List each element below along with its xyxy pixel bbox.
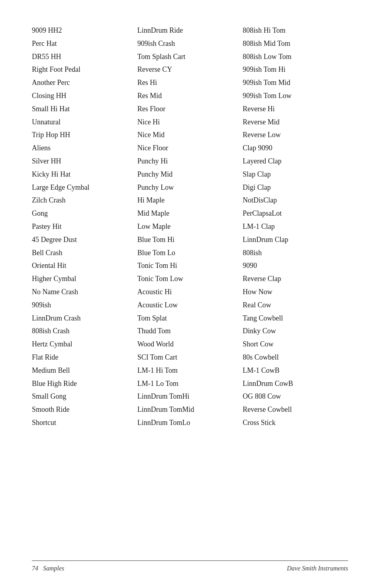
list-item: 909ish Tom Hi [243,63,348,76]
list-item: Reverse Clap [243,272,348,285]
list-item: Aliens [32,142,137,155]
list-item: 80s Cowbell [243,351,348,364]
list-item: LinnDrum TomLo [137,416,243,429]
list-item: Kicky Hi Hat [32,168,137,181]
section-label: Samples [43,565,64,572]
list-item: Clap 9090 [243,142,348,155]
list-item: Short Cow [243,338,348,351]
list-item: Trip Hop HH [32,128,137,142]
list-item: LinnDrum TomMid [137,403,243,416]
list-item: Nice Mid [137,128,243,142]
list-item: LM-1 Hi Tom [137,364,243,377]
list-item: Higher Cymbal [32,272,137,285]
list-item: Res Floor [137,102,243,116]
list-item: Wood World [137,338,243,351]
list-item: Mid Maple [137,207,243,220]
list-item: Real Cow [243,299,348,312]
column-1: 9009 HH2Perc HatDR55 HHRight Foot PedalA… [32,24,137,429]
list-item: Tonic Tom Low [137,272,243,285]
list-item: Nice Floor [137,142,243,155]
column-2: LinnDrum Ride909ish CrashTom Splash Cart… [137,24,243,429]
list-item: Perc Hat [32,37,137,50]
list-item: Gong [32,207,137,220]
list-item: Thudd Tom [137,324,243,338]
list-item: Smooth Ride [32,403,137,416]
footer: 74 Samples Dave Smith Instruments [32,560,348,572]
list-item: 909ish Tom Low [243,89,348,102]
list-item: Small Gong [32,390,137,403]
list-item: LM-1 Clap [243,220,348,233]
list-item: Small Hi Hat [32,102,137,116]
footer-left: 74 Samples [32,565,64,572]
list-item: LinnDrum CowB [243,377,348,390]
list-item: Tom Splash Cart [137,50,243,63]
list-item: Res Mid [137,89,243,102]
page: 9009 HH2Perc HatDR55 HHRight Foot PedalA… [0,0,380,588]
list-item: Low Maple [137,220,243,233]
list-item: PerClapsaLot [243,207,348,220]
list-item: LinnDrum Ride [137,24,243,37]
list-item: Flat Ride [32,351,137,364]
list-item: DR55 HH [32,50,137,63]
list-item: 909ish Tom Mid [243,76,348,89]
list-item: NotDisClap [243,194,348,207]
list-item: Silver HH [32,155,137,168]
list-item: Oriental Hit [32,259,137,272]
list-item: Reverse CY [137,63,243,76]
list-item: LinnDrum Clap [243,233,348,246]
list-item: Layered Clap [243,155,348,168]
list-item: OG 808 Cow [243,390,348,403]
list-item: Punchy Mid [137,168,243,181]
list-item: Acoustic Low [137,299,243,312]
list-item: Punchy Low [137,181,243,194]
list-item: Punchy Hi [137,155,243,168]
list-item: 909ish [32,299,137,312]
column-3: 808ish Hi Tom808ish Mid Tom808ish Low To… [243,24,348,429]
list-item: 909ish Crash [137,37,243,50]
list-item: LM-1 CowB [243,364,348,377]
list-item: Closing HH [32,89,137,102]
list-item: Hi Maple [137,194,243,207]
list-item: Shortcut [32,416,137,429]
list-item: No Name Crash [32,285,137,299]
list-item: LinnDrum TomHi [137,390,243,403]
list-item: Bell Crash [32,246,137,260]
list-item: Reverse Low [243,128,348,142]
content-area: 9009 HH2Perc HatDR55 HHRight Foot PedalA… [32,24,348,429]
list-item: Tom Splat [137,312,243,325]
list-item: Tang Cowbell [243,312,348,325]
list-item: Hertz Cymbal [32,338,137,351]
list-item: Medium Bell [32,364,137,377]
list-item: Blue Tom Hi [137,233,243,246]
list-item: Unnatural [32,116,137,129]
list-item: Digi Clap [243,181,348,194]
list-item: Large Edge Cymbal [32,181,137,194]
list-item: 45 Degree Dust [32,233,137,246]
list-item: LinnDrum Crash [32,312,137,325]
list-item: Acoustic Hi [137,285,243,299]
list-item: Blue High Ride [32,377,137,390]
brand-label: Dave Smith Instruments [287,565,348,572]
list-item: Slap Clap [243,168,348,181]
list-item: Cross Stick [243,416,348,429]
list-item: 808ish [243,246,348,260]
list-item: How Now [243,285,348,299]
list-item: Pastey Hit [32,220,137,233]
list-item: 808ish Hi Tom [243,24,348,37]
page-number: 74 [32,565,38,572]
list-item: LM-1 Lo Tom [137,377,243,390]
list-item: Blue Tom Lo [137,246,243,260]
list-item: Nice Hi [137,116,243,129]
list-item: 808ish Low Tom [243,50,348,63]
list-item: Reverse Cowbell [243,403,348,416]
list-item: Dinky Cow [243,324,348,338]
list-item: 808ish Mid Tom [243,37,348,50]
list-item: Reverse Mid [243,116,348,129]
list-item: Reverse Hi [243,102,348,116]
list-item: 808ish Crash [32,324,137,338]
list-item: Zilch Crash [32,194,137,207]
list-item: Another Perc [32,76,137,89]
list-item: 9009 HH2 [32,24,137,37]
list-item: Res Hi [137,76,243,89]
footer-right: Dave Smith Instruments [287,565,348,572]
